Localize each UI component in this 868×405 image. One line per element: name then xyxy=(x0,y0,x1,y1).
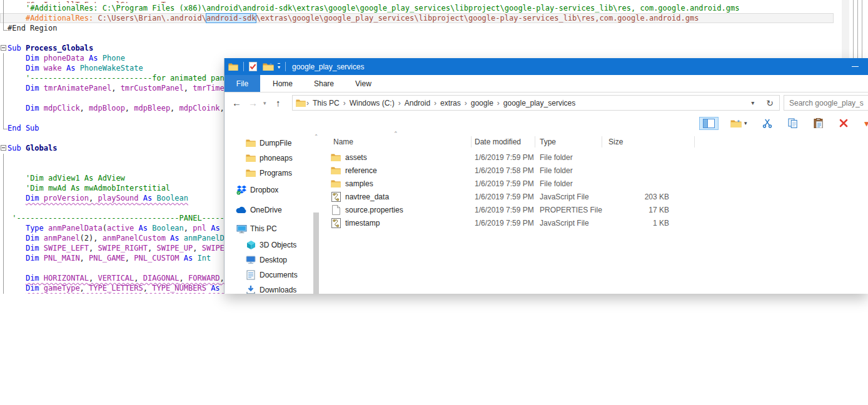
sidebar-item-this-pc[interactable]: This PC xyxy=(225,221,313,236)
js-file-icon xyxy=(331,192,341,202)
file-row[interactable]: navtree_data1/6/2019 7:59 PMJavaScript F… xyxy=(320,190,868,203)
menu-tab-view[interactable]: View xyxy=(346,75,380,92)
editor-scrollbar-line xyxy=(857,0,858,58)
history-chevron-icon[interactable]: ▾ xyxy=(263,92,266,113)
column-header-type[interactable]: Type xyxy=(535,138,602,146)
toolbar-delete-icon[interactable] xyxy=(835,116,852,130)
sidebar-item-dropbox[interactable]: Dropbox xyxy=(225,182,313,198)
fold-collapse-icon[interactable] xyxy=(1,45,6,51)
column-header-name[interactable]: Name xyxy=(320,138,471,146)
column-separator[interactable] xyxy=(471,136,472,148)
file-row[interactable]: samples1/6/2019 7:59 PMFile folder xyxy=(320,177,868,190)
file-explorer-window: ▾ google_play_services FileHomeShareView… xyxy=(225,58,868,294)
toolbar-nav-pane-icon[interactable] xyxy=(699,117,719,130)
file-list: ⌃ NameDate modifiedTypeSize assets1/6/20… xyxy=(320,133,868,294)
scrollbar-up-icon[interactable]: ⌃ xyxy=(313,134,320,139)
address-bar[interactable]: ›This PC›Windows (C:)›Android›extras›goo… xyxy=(292,95,780,111)
toolbar-cut-icon[interactable] xyxy=(759,116,776,130)
file-name: navtree_data xyxy=(345,192,389,201)
sidebar-item-3d-objects[interactable]: 3D Objects xyxy=(225,238,313,252)
file-row[interactable]: timestamp1/6/2019 7:59 PMJavaScript File… xyxy=(320,216,868,229)
toolbar-copy-icon[interactable] xyxy=(784,116,802,130)
file-size: 203 KB xyxy=(602,192,694,201)
onedrive-icon xyxy=(236,206,247,214)
nav-scrollbar[interactable]: ⌃ xyxy=(313,133,320,294)
titlebar-separator xyxy=(243,62,244,71)
this-pc-icon xyxy=(236,224,247,234)
code-line[interactable] xyxy=(0,33,842,43)
forward-button[interactable]: → xyxy=(248,92,258,113)
toolbar-paste-icon[interactable] xyxy=(810,116,827,130)
minimize-icon xyxy=(852,66,859,67)
minimize-button[interactable] xyxy=(844,58,865,75)
address-bar-row: ← → ▾ ↑ ›This PC›Windows (C:)›Android›ex… xyxy=(225,92,868,113)
qat-dropdown-icon[interactable]: ▾ xyxy=(274,63,280,70)
column-separator[interactable] xyxy=(602,136,602,148)
code-line[interactable]: #End Region xyxy=(0,23,842,33)
folder-icon xyxy=(246,169,256,178)
properties-check-icon[interactable] xyxy=(249,62,257,71)
file-name: samples xyxy=(345,179,373,188)
back-button[interactable]: ← xyxy=(232,92,241,113)
sidebar-item-onedrive[interactable]: OneDrive xyxy=(225,202,313,218)
column-separator[interactable] xyxy=(535,136,535,148)
sidebar-item-desktop[interactable]: Desktop xyxy=(225,252,313,268)
refresh-icon[interactable]: ↻ xyxy=(760,98,779,108)
menu-tab-share[interactable]: Share xyxy=(305,75,343,92)
column-header-size[interactable]: Size xyxy=(602,138,694,146)
sidebar-item-label: phoneaps xyxy=(260,154,293,162)
sidebar-item-label: Desktop xyxy=(260,256,287,264)
breadcrumb-item[interactable]: google_play_services xyxy=(500,99,578,108)
dropdown-caret-icon[interactable]: ▾ xyxy=(744,120,747,126)
desktop-icon xyxy=(246,256,256,264)
folder-icon xyxy=(246,154,256,162)
fold-guide-line xyxy=(3,0,8,31)
sidebar-item-phoneaps[interactable]: phoneaps xyxy=(225,151,313,166)
editor-right-panel-edge xyxy=(842,0,849,58)
file-size: 1 KB xyxy=(602,219,694,228)
fold-collapse-icon[interactable] xyxy=(1,145,6,151)
search-box xyxy=(784,95,868,111)
code-line[interactable]: #AdditionalRes: C:\Users\Brian\.android\… xyxy=(0,13,834,23)
menu-tab-home[interactable]: Home xyxy=(264,75,301,92)
breadcrumb-item[interactable]: google xyxy=(468,99,497,108)
toolbar-new-folder-icon[interactable]: ▾ xyxy=(727,117,751,130)
nav-pane-icon xyxy=(703,119,715,128)
breadcrumb-item[interactable]: This PC xyxy=(310,99,343,108)
sidebar-item-documents[interactable]: Documents xyxy=(225,268,313,282)
documents-icon xyxy=(246,270,255,280)
explorer-content: DumpFilephoneapsProgramsDropboxOneDriveT… xyxy=(225,133,868,294)
menu-tab-file[interactable]: File xyxy=(225,75,260,92)
column-separator[interactable] xyxy=(694,136,695,148)
file-row[interactable]: reference1/6/2019 7:58 PMFile folder xyxy=(320,164,868,177)
code-line[interactable]: '#AdditionalRes: C:\Program Files (x86)\… xyxy=(0,3,842,13)
plain-file-icon xyxy=(332,205,340,215)
breadcrumb: ›This PC›Windows (C:)›Android›extras›goo… xyxy=(306,99,578,108)
sort-ascending-icon: ⌃ xyxy=(393,131,398,137)
sidebar-item-label: This PC xyxy=(250,224,277,233)
breadcrumb-item[interactable]: Windows (C:) xyxy=(346,99,398,108)
sidebar-item-downloads[interactable]: Downloads xyxy=(225,282,313,294)
editor-scrollbar-line xyxy=(853,0,854,58)
column-header-date-modified[interactable]: Date modified xyxy=(471,138,535,146)
new-folder-icon[interactable] xyxy=(263,62,274,71)
file-date: 1/6/2019 7:59 PM xyxy=(471,206,535,214)
breadcrumb-item[interactable]: Android xyxy=(401,99,433,108)
scrollbar-thumb[interactable] xyxy=(313,212,319,294)
title-bar[interactable]: ▾ google_play_services xyxy=(225,58,868,75)
delete-icon xyxy=(839,118,849,128)
up-button[interactable]: ↑ xyxy=(276,92,281,113)
sidebar-item-label: Downloads xyxy=(260,286,296,294)
navigation-pane: DumpFilephoneapsProgramsDropboxOneDriveT… xyxy=(225,134,313,294)
ribbon-menu-bar: FileHomeShareView xyxy=(225,75,868,92)
address-dropdown-icon[interactable]: ▾ xyxy=(745,99,760,106)
sidebar-item-dumpfile[interactable]: DumpFile xyxy=(225,136,313,151)
file-row[interactable]: assets1/6/2019 7:59 PMFile folder xyxy=(320,151,868,164)
sidebar-item-programs[interactable]: Programs xyxy=(225,166,313,181)
file-row[interactable]: source.properties1/6/2019 7:59 PMPROPERT… xyxy=(320,203,868,216)
code-line[interactable]: Sub Process_Globals xyxy=(0,43,842,53)
paste-icon xyxy=(814,118,823,128)
toolbar-overflow-chevron-icon[interactable]: ▾ xyxy=(860,117,868,130)
breadcrumb-item[interactable]: extras xyxy=(437,99,464,108)
search-input[interactable] xyxy=(784,96,868,110)
